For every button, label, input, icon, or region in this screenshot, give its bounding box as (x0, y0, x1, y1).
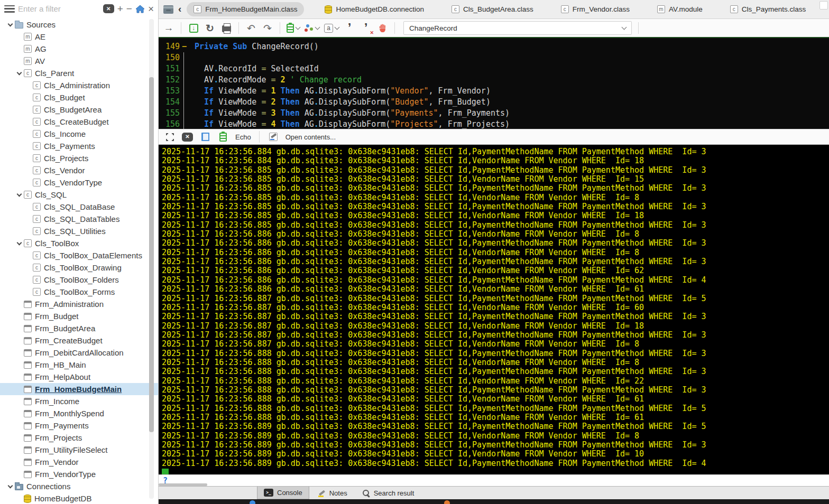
sidebar-item-AG[interactable]: mAG (0, 43, 158, 55)
sidebar-item-Cls_Vendor[interactable]: cCls_Vendor (0, 164, 158, 176)
tab-Cls_Payments.class[interactable]: cCls_Payments.class (723, 2, 813, 16)
filter-input[interactable] (18, 4, 100, 13)
collapse-all-icon[interactable]: − (126, 4, 132, 14)
sidebar-item-Connections[interactable]: Connections (0, 480, 158, 492)
sidebar-item-Frm_Income[interactable]: Frm_Income (0, 395, 158, 407)
goto-icon[interactable] (163, 22, 174, 34)
console-output[interactable]: 2025-11-17 16:23:56.884 gb.db.sqlite3: 0… (159, 145, 829, 474)
sidebar-item-Frm_VendorType[interactable]: Frm_VendorType (0, 468, 158, 480)
sidebar-item-Cls_ToolBox_DataElements[interactable]: cCls_ToolBox_DataElements (0, 249, 158, 262)
echo-label: Echo (235, 133, 251, 141)
tab-Frm_Vendor.class[interactable]: cFrm_Vendor.class (554, 2, 637, 16)
code-text: AV.RecordId = SelectedId (189, 64, 319, 73)
sidebar-item-AV[interactable]: mAV (0, 55, 158, 67)
horizontal-scrollbar-thumb[interactable] (159, 483, 207, 486)
copy-console-icon[interactable] (199, 130, 211, 143)
sidebar-item-Cls_Parent[interactable]: cCls_Parent (0, 67, 158, 79)
clear-filter-icon[interactable]: ✕ (103, 4, 114, 13)
case-menu-icon[interactable]: a (324, 22, 339, 34)
sidebar-item-Cls_CreateBudget[interactable]: cCls_CreateBudget (0, 116, 158, 128)
bottom-tab-label: Console (277, 489, 302, 497)
redo-icon[interactable] (262, 22, 273, 34)
sidebar-item-Cls_SQL[interactable]: cCls_SQL (0, 189, 158, 201)
comment-icon[interactable] (344, 22, 355, 34)
fold-guide-line (183, 52, 184, 129)
tab-Frm_HomeBudgetMain.class[interactable]: cFrm_HomeBudgetMain.class (187, 2, 304, 16)
sidebar-item-Frm_HB_Main[interactable]: Frm_HB_Main (0, 359, 158, 371)
open-contents-label[interactable]: Open contents... (285, 133, 336, 141)
uncomment-icon[interactable] (360, 22, 372, 34)
expand-all-icon[interactable]: + (117, 4, 123, 14)
home-icon[interactable] (135, 5, 145, 13)
tree-item-label: Cls_Parent (35, 69, 74, 78)
sidebar-item-Frm_Administration[interactable]: Frm_Administration (0, 298, 158, 310)
bottom-tab-notes[interactable]: Notes (311, 487, 354, 499)
sidebar-item-Cls_Income[interactable]: cCls_Income (0, 128, 158, 140)
tab-scroll-button[interactable] (819, 1, 828, 10)
console-input-strip[interactable]: ? (159, 474, 829, 486)
sidebar-item-Cls_ToolBox_Folders[interactable]: cCls_ToolBox_Folders (0, 274, 158, 286)
tree-item-label: Frm_Payments (35, 421, 89, 430)
taskbar-app-icon[interactable] (444, 500, 450, 504)
tab-Cls_BudgetArea.class[interactable]: cCls_BudgetArea.class (445, 2, 540, 16)
tab-AV.module[interactable]: mAV.module (650, 2, 710, 16)
bottom-tab-search-result[interactable]: Search result (356, 487, 421, 499)
sidebar-item-Cls_ToolBox_Forms[interactable]: cCls_ToolBox_Forms (0, 286, 158, 298)
procedure-selector[interactable]: ChangeRecord (403, 21, 632, 35)
sidebar-item-Sources[interactable]: Sources (0, 18, 158, 31)
project-archive-icon[interactable] (163, 5, 173, 14)
code-editor[interactable]: 149−Private Sub ChangeRecord()150151 AV.… (159, 37, 829, 129)
sidebar-item-Frm_HelpAbout[interactable]: Frm_HelpAbout (0, 371, 158, 383)
format-menu-icon[interactable] (305, 22, 319, 34)
class-icon: c (33, 130, 41, 138)
sidebar-item-Cls_ToolBox_Drawing[interactable]: cCls_ToolBox_Drawing (0, 262, 158, 274)
echo-icon[interactable] (217, 130, 229, 143)
close-panel-icon[interactable]: × (148, 4, 154, 14)
fold-minus-icon[interactable]: − (180, 42, 189, 51)
undo-icon[interactable] (245, 22, 257, 34)
fullscreen-console-icon[interactable] (164, 130, 176, 143)
sidebar-item-Frm_Vendor[interactable]: Frm_Vendor (0, 456, 158, 468)
breakpoint-hand-icon[interactable] (376, 22, 388, 34)
sidebar-item-Frm_Projects[interactable]: Frm_Projects (0, 432, 158, 444)
database-icon (325, 5, 332, 14)
print-icon[interactable] (220, 22, 232, 34)
tab-scroll-left-icon[interactable]: ‹ (178, 3, 181, 15)
menu-icon[interactable] (4, 5, 15, 13)
sidebar-scrollbar-thumb[interactable] (149, 77, 154, 432)
bottom-tab-console[interactable]: Console (257, 487, 309, 499)
sidebar-item-Cls_Administration[interactable]: cCls_Administration (0, 79, 158, 91)
sidebar-item-AE[interactable]: mAE (0, 31, 158, 43)
tree-item-label: AE (35, 32, 45, 41)
console-cursor (162, 469, 169, 474)
clear-console-icon[interactable]: ✕ (182, 133, 193, 142)
sidebar-item-Cls_Payments[interactable]: cCls_Payments (0, 140, 158, 152)
sidebar-item-HomeBudgetDB[interactable]: HomeBudgetDB (0, 492, 158, 504)
paste-menu-icon[interactable] (287, 22, 300, 34)
sidebar-item-Cls_VendorType[interactable]: cCls_VendorType (0, 176, 158, 189)
sidebar-item-Cls_Projects[interactable]: cCls_Projects (0, 152, 158, 164)
sidebar-item-Cls_BudgetArea[interactable]: cCls_BudgetArea (0, 104, 158, 116)
sidebar-scrollbar[interactable] (149, 19, 154, 499)
sidebar-item-Cls_ToolBox[interactable]: cCls_ToolBox (0, 237, 158, 249)
sidebar-item-Frm_Budget[interactable]: Frm_Budget (0, 310, 158, 322)
sidebar-item-Cls_SQL_DataTables[interactable]: cCls_SQL_DataTables (0, 213, 158, 225)
sidebar-item-Frm_HomeBudgetMain[interactable]: Frm_HomeBudgetMain (0, 383, 158, 395)
sidebar-item-Frm_MonthlySpend[interactable]: Frm_MonthlySpend (0, 407, 158, 419)
tree-item-label: Cls_BudgetArea (44, 105, 102, 114)
sidebar-item-Cls_SQL_DataBase[interactable]: cCls_SQL_DataBase (0, 201, 158, 213)
tab-HomeBudgetDB.connection[interactable]: HomeBudgetDB.connection (318, 2, 431, 16)
sidebar-item-Frm_Payments[interactable]: Frm_Payments (0, 419, 158, 432)
sidebar-item-Cls_Budget[interactable]: cCls_Budget (0, 91, 158, 104)
taskbar-app-icon[interactable] (250, 500, 255, 504)
reload-icon[interactable] (204, 22, 216, 34)
class-icon: c (561, 5, 569, 13)
sidebar-item-Frm_DebitCardAllocation[interactable]: Frm_DebitCardAllocation (0, 347, 158, 359)
sidebar-item-Frm_CreateBudget[interactable]: Frm_CreateBudget (0, 334, 158, 347)
save-icon[interactable] (188, 22, 199, 34)
tree-item-label: Sources (26, 20, 56, 29)
sidebar-item-Frm_BudgetArea[interactable]: Frm_BudgetArea (0, 322, 158, 334)
sidebar-item-Cls_SQL_Utilities[interactable]: cCls_SQL_Utilities (0, 225, 158, 237)
sidebar-item-Frm_UtilityFileSelect[interactable]: Frm_UtilityFileSelect (0, 444, 158, 456)
open-contents-icon[interactable] (268, 130, 279, 143)
